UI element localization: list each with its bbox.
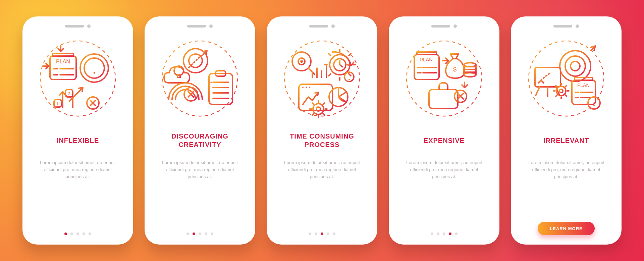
dot-2[interactable]: [315, 232, 317, 235]
svg-point-18: [210, 82, 212, 83]
screen-desc: Lorem ipsum dolor sit amet, no eripuit e…: [153, 159, 247, 186]
dot-3[interactable]: [76, 232, 79, 235]
dot-4[interactable]: [449, 232, 451, 235]
camera-icon: [87, 24, 91, 28]
svg-text:2: 2: [68, 91, 70, 96]
camera-icon: [453, 24, 457, 28]
dot-5[interactable]: [211, 232, 213, 235]
dot-4[interactable]: [205, 232, 207, 235]
screen-title: DISCOURAGING CREATIVITY: [171, 131, 228, 150]
phone-notch: [187, 24, 213, 28]
dot-4[interactable]: [83, 232, 85, 235]
svg-rect-16: [209, 73, 232, 104]
onboarding-screen-1: PLAN 1 2: [22, 16, 133, 245]
creativity-block-icon: [159, 37, 241, 120]
svg-point-38: [464, 73, 476, 77]
svg-text:PLAN: PLAN: [56, 59, 70, 64]
page-indicator: [64, 232, 91, 235]
svg-point-52: [593, 105, 595, 106]
screen-title: INFLEXIBLE: [57, 131, 99, 150]
speaker-icon: [187, 25, 206, 28]
dot-5[interactable]: [455, 232, 458, 235]
time-process-icon: [281, 37, 363, 120]
svg-point-12: [183, 49, 208, 73]
camera-icon: [209, 24, 213, 28]
phone-row: PLAN 1 2: [0, 0, 644, 261]
onboarding-screen-3: TIME CONSUMING PROCESS Lorem ipsum dolor…: [267, 16, 377, 245]
page-indicator: [309, 232, 335, 235]
screen-title: TIME CONSUMING PROCESS: [290, 131, 354, 150]
camera-icon: [576, 24, 579, 28]
onboarding-screen-5: PLAN IRRELEVANT Lorem ipsum dolor sit am…: [511, 16, 622, 245]
dot-3[interactable]: [321, 232, 323, 235]
svg-point-31: [313, 104, 324, 114]
speaker-icon: [431, 25, 450, 28]
dot-5[interactable]: [89, 232, 91, 235]
dot-1[interactable]: [64, 232, 67, 235]
target-miss-icon: PLAN: [525, 37, 607, 120]
dot-1[interactable]: [431, 232, 433, 235]
dot-2[interactable]: [70, 232, 73, 235]
svg-text:$: $: [453, 66, 457, 73]
dot-1[interactable]: [186, 232, 189, 235]
svg-point-32: [316, 107, 320, 111]
phone-notch: [553, 24, 579, 28]
svg-point-30: [309, 87, 310, 88]
speaker-icon: [309, 25, 328, 28]
svg-point-26: [348, 79, 350, 80]
dot-3[interactable]: [199, 232, 201, 235]
screen-desc: Lorem ipsum dolor sit amet, no eripuit e…: [31, 159, 125, 186]
onboarding-screen-2: DISCOURAGING CREATIVITY Lorem ipsum dolo…: [145, 16, 255, 245]
screen-desc: Lorem ipsum dolor sit amet, no eripuit e…: [519, 159, 613, 186]
screen-desc: Lorem ipsum dolor sit amet, no eripuit e…: [275, 159, 369, 186]
speaker-icon: [553, 25, 572, 28]
svg-point-29: [306, 87, 307, 88]
svg-point-5: [94, 72, 95, 74]
svg-point-22: [300, 60, 303, 63]
svg-rect-40: [429, 90, 458, 108]
dot-2[interactable]: [437, 232, 439, 235]
speaker-icon: [65, 25, 84, 28]
money-plan-icon: PLAN $: [403, 37, 485, 120]
svg-text:1: 1: [56, 101, 59, 106]
phone-notch: [309, 24, 335, 28]
dot-1[interactable]: [309, 232, 311, 235]
dot-3[interactable]: [443, 232, 445, 235]
dot-5[interactable]: [333, 232, 335, 235]
svg-point-44: [565, 56, 585, 76]
screen-title: EXPENSIVE: [424, 131, 465, 150]
page-indicator: [431, 232, 458, 235]
plan-warning-icon: PLAN 1 2: [37, 37, 119, 120]
phone-notch: [65, 24, 91, 28]
camera-icon: [331, 24, 335, 28]
dot-2[interactable]: [193, 232, 195, 235]
screen-desc: Lorem ipsum dolor sit amet, no eripuit e…: [397, 159, 491, 186]
svg-rect-27: [299, 84, 332, 110]
screen-title: IRRELEVANT: [543, 131, 589, 150]
learn-more-button[interactable]: LEARN MORE: [538, 222, 594, 235]
dot-4[interactable]: [327, 232, 329, 235]
svg-text:PLAN: PLAN: [577, 83, 590, 88]
svg-point-45: [571, 61, 580, 71]
phone-notch: [431, 24, 457, 28]
page-indicator: [186, 232, 213, 235]
svg-text:PLAN: PLAN: [420, 57, 433, 62]
onboarding-screen-4: PLAN $: [389, 16, 499, 245]
svg-point-28: [302, 87, 304, 88]
svg-point-48: [559, 89, 563, 93]
